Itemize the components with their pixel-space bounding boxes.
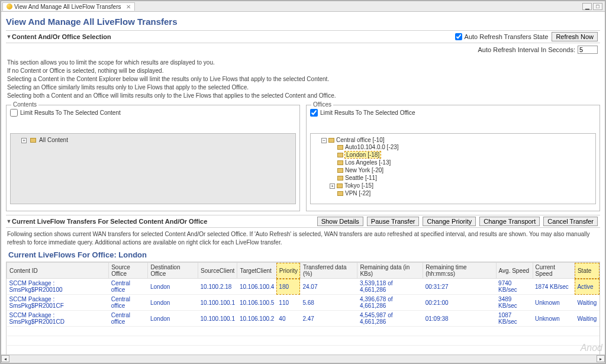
collapse-arrow-icon[interactable]: ▼ — [6, 34, 12, 40]
table-row[interactable]: SCCM Package : SmsPkg$PR2001CDCentral of… — [7, 311, 599, 327]
offices-legend: Offices — [311, 101, 333, 108]
section2-desc: Following section shows current WAN tran… — [6, 228, 600, 249]
cell: 1087 KB/sec — [496, 311, 533, 327]
cell: 4,396,678 of 4,661,286 — [357, 295, 423, 311]
minimize-button[interactable]: ▁ — [582, 3, 592, 10]
cell: 10.100.100.1 — [198, 311, 237, 327]
folder-icon — [337, 160, 343, 165]
tree-node-office[interactable]: New York [-20] — [330, 166, 593, 174]
cell: Waiting — [575, 311, 599, 327]
liveflow-grid-wrap[interactable]: Content IDSource OfficeDestination Offic… — [6, 262, 600, 355]
tab-liveflow[interactable]: View And Manage All LiveFlow Transfers ✕ — [2, 2, 135, 11]
cell: 3489 KB/sec — [496, 295, 533, 311]
auto-refresh-checkbox[interactable]: Auto Refresh Transfers State — [455, 33, 549, 40]
folder-icon — [337, 176, 343, 181]
cell: Waiting — [575, 295, 599, 311]
offices-tree-wrap[interactable]: −Central office [-10]Auto10.104.0.0 [-23… — [310, 133, 596, 204]
show-details-button[interactable]: Show Details — [317, 217, 363, 226]
window-controls: ▁ □ — [582, 3, 602, 10]
col-priority[interactable]: Priority — [276, 263, 300, 279]
col-avg-speed[interactable]: Avg. Speed — [496, 263, 533, 279]
col-source-office[interactable]: Source Office — [109, 263, 148, 279]
tree-node-office[interactable]: Los Angeles [-13] — [330, 159, 593, 166]
tree-node-office[interactable]: London [-18] — [330, 151, 593, 159]
contents-legend: Contents — [11, 101, 38, 108]
table-row-empty — [7, 336, 599, 346]
cell: 3,539,118 of 4,661,286 — [357, 279, 423, 295]
scroll-left-icon[interactable]: ◂ — [1, 355, 9, 362]
cell: Central office — [109, 295, 148, 311]
tree-node-office[interactable]: Seattle [-11] — [330, 174, 593, 182]
offices-pane: Offices Limit Results To The Selected Of… — [306, 105, 600, 211]
pause-transfer-button[interactable]: Pause Transfer — [367, 217, 420, 226]
intro-line: This section allows you to limit the sco… — [7, 59, 599, 67]
interval-input[interactable] — [578, 46, 598, 54]
cell: Unknown — [533, 311, 575, 327]
cell: 9740 KB/sec — [496, 279, 533, 295]
cell: 01:09:38 — [423, 311, 496, 327]
limit-contents-label: Limit Results To The Selected Content — [20, 109, 121, 116]
liveflow-grid: Content IDSource OfficeDestination Offic… — [7, 262, 599, 355]
interval-label: Auto Refresh Interval In Seconds: — [478, 46, 575, 53]
cell: 10.106.100.2 — [237, 311, 276, 327]
intro-line: Selecting both a Content and an Office w… — [7, 92, 599, 100]
change-priority-button[interactable]: Change Priority — [423, 217, 476, 226]
cell: 1874 KB/sec — [533, 279, 575, 295]
col-destination-office[interactable]: Destination Office — [148, 263, 198, 279]
table-row[interactable]: SCCM Package : SmsPkg$PR2001CFCentral of… — [7, 295, 599, 311]
refresh-now-button[interactable]: Refresh Now — [552, 32, 598, 41]
cell: London — [148, 279, 198, 295]
section1-title: Content And/Or Office Selection — [12, 33, 111, 40]
folder-icon — [30, 138, 36, 143]
cell: 5.68 — [300, 295, 357, 311]
col-content-id[interactable]: Content ID — [7, 263, 109, 279]
cell: Active — [575, 279, 599, 295]
limit-offices-checkbox[interactable]: Limit Results To The Selected Office — [310, 109, 596, 117]
tree-node-office[interactable]: VPN [-22] — [330, 189, 593, 197]
horizontal-scrollbar[interactable]: ◂ ▸ — [1, 355, 605, 363]
folder-icon — [328, 138, 334, 143]
scroll-right-icon[interactable]: ▸ — [597, 355, 605, 362]
tree-node-root[interactable]: −Central office [-10]Auto10.104.0.0 [-23… — [321, 136, 593, 198]
limit-contents-checkbox[interactable]: Limit Results To The Selected Content — [10, 109, 296, 117]
col-remaining-time-hh-mm-ss-[interactable]: Remaining time (hh:mm:ss) — [423, 263, 496, 279]
collapse-arrow-icon[interactable]: ▼ — [6, 218, 12, 224]
section2-title: Current LiveFlow Transfers For Selected … — [12, 218, 207, 225]
col-transferred-data-[interactable]: Transferred data (%) — [300, 263, 357, 279]
tree-node-office[interactable]: Auto10.104.0.0 [-23] — [330, 143, 593, 151]
cell: London — [148, 311, 198, 327]
tree-node-all-content[interactable]: + All Content — [21, 136, 293, 144]
intro-text: This section allows you to limit the sco… — [6, 54, 600, 105]
collapse-icon[interactable]: − — [321, 138, 327, 143]
limit-offices-input[interactable] — [310, 109, 318, 117]
intro-line: Selecting an Office similarly limits res… — [7, 83, 599, 92]
expand-icon[interactable]: + — [21, 138, 27, 143]
cell: SCCM Package : SmsPkg$PR2001CD — [7, 311, 109, 327]
folder-icon — [337, 145, 343, 150]
section-content-office: ▼ Content And/Or Office Selection Auto R… — [6, 30, 600, 211]
folder-icon — [337, 191, 343, 196]
col-current-speed[interactable]: Current Speed — [533, 263, 575, 279]
expand-icon[interactable]: + — [330, 183, 335, 189]
col-sourceclient[interactable]: SourceClient — [198, 263, 237, 279]
cell: 4,545,987 of 4,661,286 — [357, 311, 423, 327]
close-icon[interactable]: ✕ — [126, 4, 131, 10]
contents-tree-wrap[interactable]: + All Content — [10, 133, 296, 204]
auto-refresh-label: Auto Refresh Transfers State — [465, 33, 549, 40]
cell: 10.106.100.5 — [237, 295, 276, 311]
limit-contents-input[interactable] — [10, 109, 18, 117]
col-remaining-data-in-kbs-[interactable]: Remaining data (in KBs) — [357, 263, 423, 279]
table-row[interactable]: SCCM Package : SmsPkg$PR200100Central of… — [7, 279, 599, 295]
cell: 2.47 — [300, 311, 357, 327]
col-targetclient[interactable]: TargetClient — [237, 263, 276, 279]
col-state[interactable]: State — [575, 263, 599, 279]
cell: 10.100.2.18 — [198, 279, 237, 295]
maximize-button[interactable]: □ — [593, 3, 602, 10]
tab-title: View And Manage All LiveFlow Transfers — [14, 4, 121, 10]
tree-node-office[interactable]: +Tokyo [-15] — [330, 182, 593, 189]
intro-line: Selecting a Content in the Content Explo… — [7, 75, 599, 83]
cell: 00:21:00 — [423, 295, 496, 311]
cancel-transfer-button[interactable]: Cancel Transfer — [543, 217, 598, 226]
change-transport-button[interactable]: Change Transport — [479, 217, 540, 226]
auto-refresh-input[interactable] — [455, 33, 462, 40]
